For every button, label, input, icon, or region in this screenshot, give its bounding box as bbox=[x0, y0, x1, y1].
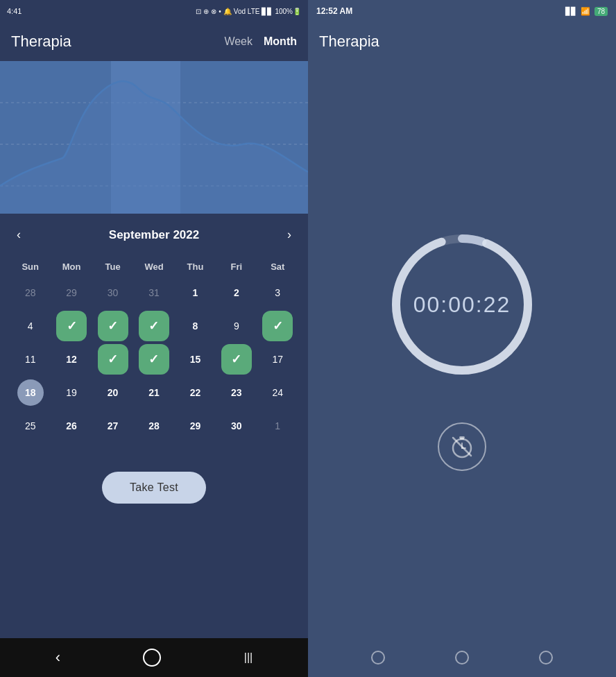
bottom-nav-left: ‹ ||| bbox=[0, 638, 308, 677]
table-row[interactable]: ✓ bbox=[259, 311, 297, 341]
table-row[interactable]: 1 bbox=[259, 411, 297, 441]
nav-dot-3[interactable] bbox=[539, 651, 553, 665]
calendar-grid: Sun Mon Tue Wed Thu Fri Sat 28 29 30 31 … bbox=[11, 259, 297, 441]
table-row[interactable]: 31 bbox=[135, 277, 173, 308]
calendar-section: ‹ September 2022 › Sun Mon Tue Wed Thu F… bbox=[0, 214, 308, 638]
table-row[interactable]: 23 bbox=[217, 377, 255, 408]
table-row[interactable]: ✓ bbox=[94, 311, 132, 341]
table-row[interactable]: 17 bbox=[259, 344, 297, 375]
table-row[interactable]: ✓ bbox=[94, 344, 132, 375]
day-header-tue: Tue bbox=[94, 259, 132, 275]
table-row[interactable]: 2 bbox=[217, 277, 255, 308]
table-row[interactable]: 25 bbox=[11, 411, 49, 441]
status-bar-left: 4:41 ⊡ ⊕ ⊗ • 🔔 Vod LTE ▊▊ 100%🔋 bbox=[0, 0, 308, 22]
checked-day[interactable]: ✓ bbox=[221, 344, 252, 375]
header-nav: Week Month bbox=[224, 35, 297, 48]
back-button[interactable]: ‹ bbox=[55, 649, 60, 667]
calendar-nav: ‹ September 2022 › bbox=[11, 222, 297, 248]
day-header-sat: Sat bbox=[259, 259, 297, 275]
table-row[interactable]: 28 bbox=[135, 411, 173, 441]
status-icons-right: ▊▊ 📶 78 bbox=[565, 7, 608, 16]
table-row[interactable]: 30 bbox=[217, 411, 255, 441]
table-row[interactable]: 27 bbox=[94, 411, 132, 441]
table-row[interactable]: 22 bbox=[176, 377, 214, 408]
today-day[interactable]: 18 bbox=[17, 379, 44, 406]
home-button[interactable] bbox=[143, 649, 161, 667]
table-row[interactable]: 11 bbox=[11, 344, 49, 375]
table-row[interactable]: ✓ bbox=[135, 311, 173, 341]
app-title-left: Therapia bbox=[11, 33, 71, 51]
stopwatch-icon bbox=[450, 434, 474, 459]
table-row[interactable]: 30 bbox=[94, 277, 132, 308]
right-phone: 12:52 AM ▊▊ 📶 78 Therapia 00:00:22 bbox=[308, 0, 616, 677]
timer-display: 00:00:22 bbox=[413, 292, 511, 318]
table-row[interactable]: 18 bbox=[11, 377, 49, 408]
next-month-btn[interactable]: › bbox=[282, 225, 297, 245]
table-row[interactable]: 28 bbox=[11, 277, 49, 308]
table-row[interactable]: ✓ bbox=[52, 311, 90, 341]
table-row[interactable]: 1 bbox=[176, 277, 214, 308]
timer-circle: 00:00:22 bbox=[386, 228, 538, 381]
status-bar-right: 12:52 AM ▊▊ 📶 78 bbox=[308, 0, 616, 22]
status-icons-left: ⊡ ⊕ ⊗ • 🔔 Vod LTE ▊▊ 100%🔋 bbox=[196, 8, 301, 15]
left-phone: 4:41 ⊡ ⊕ ⊗ • 🔔 Vod LTE ▊▊ 100%🔋 Therapia… bbox=[0, 0, 308, 677]
table-row[interactable]: 26 bbox=[52, 411, 90, 441]
menu-button[interactable]: ||| bbox=[244, 651, 253, 664]
app-title-right: Therapia bbox=[319, 33, 379, 51]
table-row[interactable]: ✓ bbox=[217, 344, 255, 375]
table-row[interactable]: 20 bbox=[94, 377, 132, 408]
activity-chart bbox=[0, 61, 308, 214]
checked-day[interactable]: ✓ bbox=[98, 344, 128, 375]
nav-dot-1[interactable] bbox=[371, 651, 385, 665]
table-row[interactable]: ✓ bbox=[135, 344, 173, 375]
day-header-mon: Mon bbox=[52, 259, 90, 275]
table-row[interactable]: 12 bbox=[52, 344, 90, 375]
calendar-month-title: September 2022 bbox=[109, 228, 199, 242]
table-row[interactable]: 15 bbox=[176, 344, 214, 375]
table-row[interactable]: 29 bbox=[52, 277, 90, 308]
nav-dot-2[interactable] bbox=[455, 651, 469, 665]
day-header-thu: Thu bbox=[176, 259, 214, 275]
take-test-button[interactable]: Take Test bbox=[102, 472, 206, 504]
table-row[interactable]: 19 bbox=[52, 377, 90, 408]
bottom-nav-right bbox=[308, 638, 616, 677]
table-row[interactable]: 9 bbox=[217, 311, 255, 341]
svg-rect-9 bbox=[459, 436, 465, 438]
table-row[interactable]: 21 bbox=[135, 377, 173, 408]
app-header-left: Therapia Week Month bbox=[0, 22, 308, 61]
checked-day[interactable]: ✓ bbox=[139, 344, 169, 375]
checked-day[interactable]: ✓ bbox=[139, 311, 169, 341]
status-time-right: 12:52 AM bbox=[316, 6, 352, 16]
checked-day[interactable]: ✓ bbox=[56, 311, 87, 341]
table-row[interactable]: 24 bbox=[259, 377, 297, 408]
table-row[interactable]: 4 bbox=[11, 311, 49, 341]
month-nav-item[interactable]: Month bbox=[264, 35, 297, 48]
prev-month-btn[interactable]: ‹ bbox=[11, 225, 26, 245]
day-header-sun: Sun bbox=[11, 259, 49, 275]
app-header-right: Therapia bbox=[308, 22, 616, 61]
status-time-left: 4:41 bbox=[7, 7, 22, 15]
checked-day[interactable]: ✓ bbox=[262, 311, 293, 341]
checked-day[interactable]: ✓ bbox=[98, 311, 128, 341]
day-header-fri: Fri bbox=[217, 259, 255, 275]
table-row[interactable]: 29 bbox=[176, 411, 214, 441]
take-test-area: Take Test bbox=[11, 458, 297, 504]
table-row[interactable]: 8 bbox=[176, 311, 214, 341]
week-nav-item[interactable]: Week bbox=[224, 35, 253, 48]
table-row[interactable]: 3 bbox=[259, 277, 297, 308]
chart-container bbox=[0, 61, 308, 214]
stop-timer-button[interactable] bbox=[438, 422, 486, 471]
timer-area: 00:00:22 bbox=[308, 61, 616, 638]
day-header-wed: Wed bbox=[135, 259, 173, 275]
